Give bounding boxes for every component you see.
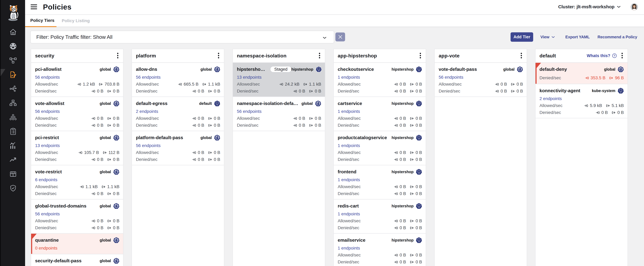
svg-text:ns: ns bbox=[418, 138, 420, 140]
svg-text:?: ? bbox=[614, 54, 615, 57]
svg-text:ns: ns bbox=[418, 173, 420, 174]
svg-text:ns: ns bbox=[418, 104, 420, 106]
svg-text:ns: ns bbox=[620, 92, 621, 93]
svg-text:ns: ns bbox=[318, 70, 320, 71]
svg-text:ns: ns bbox=[216, 104, 218, 106]
svg-text:ns: ns bbox=[418, 207, 420, 208]
svg-text:ns: ns bbox=[418, 241, 420, 242]
svg-text:ns: ns bbox=[418, 70, 420, 71]
